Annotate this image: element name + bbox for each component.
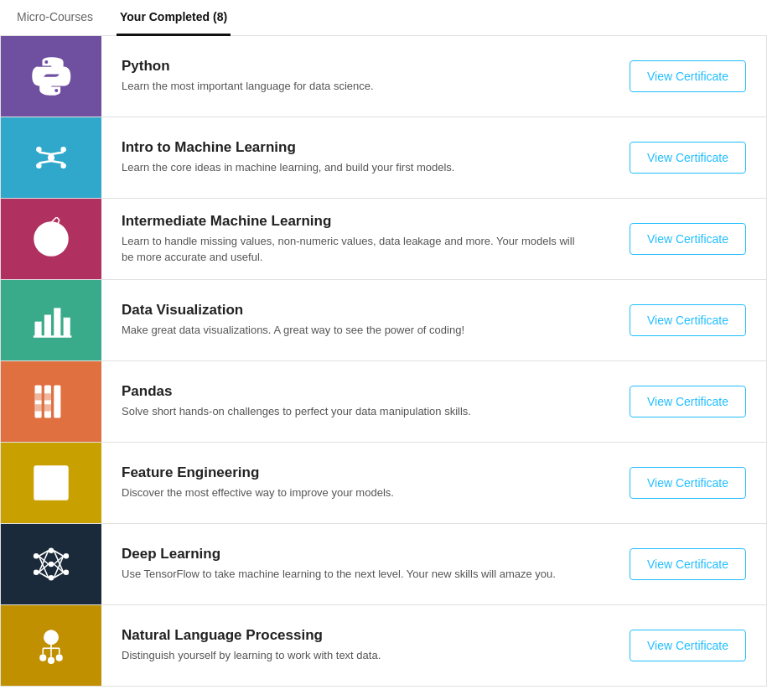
course-icon-intermediate-ml xyxy=(1,199,101,279)
course-info-intermediate-ml: Intermediate Machine Learning Learn to h… xyxy=(101,200,609,279)
svg-line-7 xyxy=(39,161,51,163)
course-icon-intro-ml xyxy=(1,117,101,198)
course-title-data-viz: Data Visualization xyxy=(122,302,589,319)
svg-rect-23 xyxy=(35,404,52,411)
svg-point-34 xyxy=(49,575,54,581)
course-action-intro-ml: View Certificate xyxy=(609,142,766,174)
course-desc-python: Learn the most important language for da… xyxy=(122,78,589,95)
course-title-nlp: Natural Language Processing xyxy=(122,627,589,644)
course-icon-deep-learning xyxy=(1,524,101,604)
svg-point-53 xyxy=(48,657,54,664)
course-row-feature-engineering: Feature Engineering Discover the most ef… xyxy=(1,443,766,524)
svg-rect-22 xyxy=(35,393,52,400)
course-row-python: Python Learn the most important language… xyxy=(1,36,766,117)
course-row-intermediate-ml: Intermediate Machine Learning Learn to h… xyxy=(1,199,766,280)
course-info-nlp: Natural Language Processing Distinguish … xyxy=(101,614,609,677)
svg-line-13 xyxy=(57,217,60,220)
svg-rect-24 xyxy=(54,386,60,418)
view-cert-button-intro-ml[interactable]: View Certificate xyxy=(630,142,746,174)
course-info-intro-ml: Intro to Machine Learning Learn the core… xyxy=(101,126,609,189)
svg-point-31 xyxy=(34,570,39,576)
view-cert-button-deep-learning[interactable]: View Certificate xyxy=(630,548,746,580)
svg-rect-17 xyxy=(54,308,60,336)
svg-rect-15 xyxy=(35,322,42,337)
course-desc-feature-engineering: Discover the most effective way to impro… xyxy=(122,485,589,501)
svg-line-6 xyxy=(51,153,64,154)
svg-point-54 xyxy=(56,655,63,661)
svg-rect-21 xyxy=(44,386,51,418)
course-icon-python xyxy=(1,36,101,117)
course-row-pandas: Pandas Solve short hands-on challenges t… xyxy=(1,361,766,443)
tab-your-completed[interactable]: Your Completed (8) xyxy=(117,0,231,36)
svg-point-49 xyxy=(44,630,58,644)
svg-line-5 xyxy=(39,153,51,154)
course-desc-deep-learning: Use TensorFlow to take machine learning … xyxy=(122,566,589,583)
courses-list: Python Learn the most important language… xyxy=(0,36,767,687)
view-cert-button-python[interactable]: View Certificate xyxy=(630,60,746,92)
view-cert-button-nlp[interactable]: View Certificate xyxy=(630,630,746,661)
course-icon-feature-engineering xyxy=(1,443,101,523)
svg-rect-16 xyxy=(44,315,51,337)
course-title-python: Python xyxy=(122,58,589,75)
course-action-data-viz: View Certificate xyxy=(609,304,766,336)
course-title-pandas: Pandas xyxy=(122,383,589,400)
course-info-python: Python Learn the most important language… xyxy=(101,44,609,108)
course-title-deep-learning: Deep Learning xyxy=(122,546,589,563)
svg-point-4 xyxy=(60,163,66,169)
course-row-data-viz: Data Visualization Make great data visua… xyxy=(1,280,766,361)
course-info-pandas: Pandas Solve short hands-on challenges t… xyxy=(101,370,609,433)
course-info-data-viz: Data Visualization Make great data visua… xyxy=(101,288,609,352)
course-title-intermediate-ml: Intermediate Machine Learning xyxy=(122,213,589,230)
course-desc-nlp: Distinguish yourself by learning to work… xyxy=(122,647,589,664)
svg-point-52 xyxy=(39,655,46,661)
svg-point-2 xyxy=(60,147,66,153)
svg-rect-25 xyxy=(35,467,68,500)
course-row-deep-learning: Deep Learning Use TensorFlow to take mac… xyxy=(1,524,766,605)
course-row-nlp: Natural Language Processing Distinguish … xyxy=(1,605,766,686)
course-info-deep-learning: Deep Learning Use TensorFlow to take mac… xyxy=(101,532,609,596)
course-icon-nlp xyxy=(1,605,101,686)
course-desc-intro-ml: Learn the core ideas in machine learning… xyxy=(122,159,589,176)
view-cert-button-feature-engineering[interactable]: View Certificate xyxy=(630,467,746,499)
svg-point-30 xyxy=(34,553,39,559)
course-desc-pandas: Solve short hands-on challenges to perfe… xyxy=(122,403,589,420)
course-info-feature-engineering: Feature Engineering Discover the most ef… xyxy=(101,451,609,515)
course-icon-data-viz xyxy=(1,280,101,360)
tabs-nav: Micro-CoursesYour Completed (8) xyxy=(0,0,767,36)
svg-point-33 xyxy=(49,562,54,568)
course-desc-intermediate-ml: Learn to handle missing values, non-nume… xyxy=(122,233,589,266)
svg-point-35 xyxy=(64,553,70,559)
course-action-python: View Certificate xyxy=(609,60,766,92)
view-cert-button-intermediate-ml[interactable]: View Certificate xyxy=(630,223,746,255)
course-row-intro-ml: Intro to Machine Learning Learn the core… xyxy=(1,117,766,199)
course-icon-pandas xyxy=(1,361,101,442)
svg-point-0 xyxy=(48,154,54,161)
svg-point-36 xyxy=(64,570,70,576)
svg-line-12 xyxy=(51,217,57,223)
course-action-nlp: View Certificate xyxy=(609,630,766,661)
svg-line-8 xyxy=(51,161,64,163)
course-title-intro-ml: Intro to Machine Learning xyxy=(122,139,589,156)
view-cert-button-data-viz[interactable]: View Certificate xyxy=(630,304,746,336)
svg-point-32 xyxy=(49,548,54,554)
tab-micro-courses[interactable]: Micro-Courses xyxy=(13,0,96,36)
course-action-intermediate-ml: View Certificate xyxy=(609,223,766,255)
svg-point-3 xyxy=(36,163,42,169)
course-desc-data-viz: Make great data visualizations. A great … xyxy=(122,322,589,339)
course-action-feature-engineering: View Certificate xyxy=(609,467,766,499)
svg-point-1 xyxy=(36,147,42,153)
svg-rect-20 xyxy=(35,386,42,418)
course-action-deep-learning: View Certificate xyxy=(609,548,766,580)
view-cert-button-pandas[interactable]: View Certificate xyxy=(630,386,746,417)
svg-point-11 xyxy=(46,234,57,245)
svg-rect-18 xyxy=(64,318,70,337)
course-title-feature-engineering: Feature Engineering xyxy=(122,464,589,481)
course-action-pandas: View Certificate xyxy=(609,386,766,417)
